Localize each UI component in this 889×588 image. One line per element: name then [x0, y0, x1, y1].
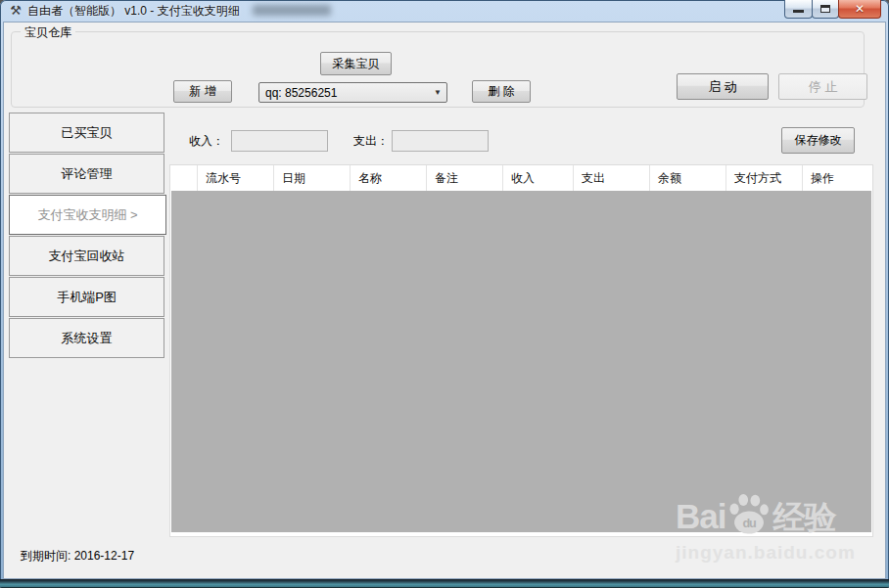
collect-treasure-button[interactable]: 采集宝贝	[320, 52, 392, 75]
stop-button: 停 止	[778, 73, 867, 100]
table-header-name[interactable]: 名称	[351, 165, 427, 191]
window-bottom-border	[0, 579, 889, 588]
sidebar-item-comment-management[interactable]: 评论管理	[9, 154, 164, 194]
redacted-title-text	[253, 5, 331, 16]
client-area: 宝贝仓库 采集宝贝 新 增 qq: 85256251 ▼ 删 除 启 动 停 止…	[3, 22, 886, 579]
sidebar-nav: 已买宝贝 评论管理 支付宝收支明细 > 支付宝回收站 手机端P图 系统设置	[9, 113, 164, 359]
table-header-expense[interactable]: 支出	[574, 165, 650, 191]
income-label: 收入：	[189, 130, 224, 152]
chevron-down-icon: ▼	[429, 83, 446, 102]
close-button[interactable]: ✕	[838, 0, 881, 19]
save-changes-button[interactable]: 保存修改	[781, 127, 855, 154]
table-header-income[interactable]: 收入	[503, 165, 574, 191]
minimize-icon	[793, 10, 804, 13]
maximize-button[interactable]	[812, 0, 839, 19]
table-body-empty	[171, 191, 871, 532]
transactions-table: 流水号 日期 名称 备注 收入 支出 余额 支付方式 操作	[169, 164, 873, 537]
qq-account-value: qq: 85256251	[259, 86, 429, 100]
table-header-select	[170, 165, 198, 191]
table-header-serial[interactable]: 流水号	[198, 165, 274, 191]
sidebar-item-alipay-recycle-bin[interactable]: 支付宝回收站	[9, 236, 164, 276]
delete-button[interactable]: 删 除	[472, 80, 531, 103]
sidebar-item-alipay-income-expense[interactable]: 支付宝收支明细 >	[9, 195, 166, 235]
maximize-icon	[820, 5, 830, 13]
expiry-date-text: 到期时间: 2016-12-17	[21, 548, 134, 565]
watermark-url: jingyan.baidu.com	[676, 542, 881, 564]
sidebar-item-mobile-photo-edit[interactable]: 手机端P图	[9, 277, 164, 317]
sidebar-item-system-settings[interactable]: 系统设置	[9, 318, 164, 358]
window-title: 自由者（智能版） v1.0 - 支付宝收支明细	[27, 0, 240, 22]
expense-label: 支出：	[353, 130, 389, 152]
groupbox-label: 宝贝仓库	[21, 24, 75, 41]
treasure-warehouse-groupbox: 宝贝仓库 采集宝贝 新 增 qq: 85256251 ▼ 删 除 启 动 停 止	[11, 31, 865, 108]
close-icon: ✕	[855, 1, 865, 18]
expense-input[interactable]	[392, 130, 489, 152]
add-button[interactable]: 新 增	[173, 80, 232, 103]
table-header-date[interactable]: 日期	[274, 165, 351, 191]
sidebar-item-bought-treasure[interactable]: 已买宝贝	[9, 113, 164, 153]
app-window: ⚒ 自由者（智能版） v1.0 - 支付宝收支明细 ✕ 宝贝仓库 采集宝贝 新 …	[0, 0, 889, 588]
table-header-remark[interactable]: 备注	[427, 165, 503, 191]
table-header-action[interactable]: 操作	[803, 165, 870, 191]
table-header-row: 流水号 日期 名称 备注 收入 支出 余额 支付方式 操作	[170, 165, 872, 191]
minimize-button[interactable]	[784, 0, 813, 19]
income-input[interactable]	[231, 130, 328, 152]
title-bar[interactable]: ⚒ 自由者（智能版） v1.0 - 支付宝收支明细 ✕	[0, 0, 889, 22]
table-header-balance[interactable]: 余额	[650, 165, 726, 191]
start-button[interactable]: 启 动	[677, 73, 769, 100]
table-header-payment-method[interactable]: 支付方式	[726, 165, 803, 191]
app-icon: ⚒	[8, 3, 23, 19]
qq-account-select[interactable]: qq: 85256251 ▼	[258, 82, 447, 103]
